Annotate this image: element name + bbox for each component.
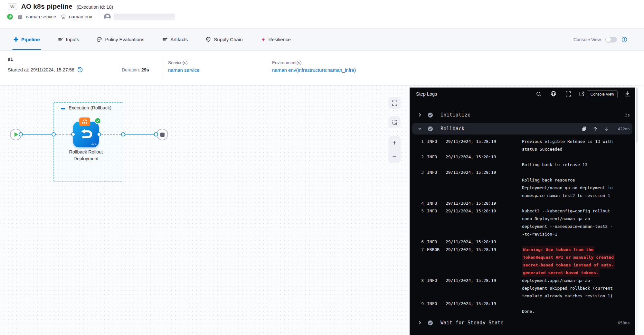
- log-level: INFO: [427, 238, 442, 246]
- log-message: status Succeeded: [522, 145, 562, 153]
- log-message: Done.: [522, 308, 535, 315]
- scrollbar-thumb[interactable]: [636, 88, 638, 142]
- zoom-out-button[interactable]: −: [388, 153, 401, 160]
- log-line-number: [417, 192, 424, 200]
- port: [121, 132, 125, 136]
- log-line-number: [417, 184, 424, 192]
- log-level: [427, 284, 442, 292]
- environment-icon: [61, 14, 66, 19]
- tab-bar: Pipeline Inputs Policy Evaluations Artif…: [0, 28, 644, 51]
- zoom-in-button[interactable]: +: [388, 140, 401, 146]
- open-in-new-icon[interactable]: [579, 91, 585, 97]
- info-icon[interactable]: [621, 37, 627, 42]
- success-check-icon: [94, 117, 101, 124]
- log-level: INFO: [427, 153, 442, 161]
- resilience-icon: [261, 37, 266, 42]
- duration-label: Duration:: [122, 67, 140, 72]
- execution-history-icon[interactable]: [77, 67, 83, 73]
- edge-dashed: [101, 134, 121, 135]
- service-link[interactable]: naman service: [168, 67, 200, 73]
- settings-gear-icon: [17, 14, 23, 20]
- header-environment-name: naman env: [69, 14, 92, 19]
- edge-end: [125, 134, 155, 135]
- panel-console-view-button[interactable]: Console View: [587, 90, 618, 98]
- log-settings-gear-icon[interactable]: [550, 90, 557, 98]
- tab-artifacts[interactable]: Artifacts: [162, 29, 188, 50]
- log-level: INFO: [427, 138, 442, 145]
- log-level: ERROR: [427, 246, 442, 254]
- environments-label: Environment(s): [272, 60, 356, 65]
- log-row: Rolling back resource: [410, 176, 635, 184]
- log-row: deployment skipped rollback (current: [410, 284, 635, 292]
- log-rows: 1INFO29/11/2024, 15:28:19Previous eligib…: [410, 138, 635, 315]
- header-divider: [98, 13, 98, 21]
- log-level: [427, 261, 442, 269]
- step-logs-title: Step Logs: [416, 91, 437, 97]
- log-timestamp: 29/11/2024, 15:28:19: [446, 300, 518, 308]
- policy-icon: [97, 37, 102, 42]
- log-line-number: [417, 145, 424, 153]
- log-timestamp: [446, 145, 518, 153]
- copy-logs-icon[interactable]: [582, 126, 586, 131]
- collapse-stage-icon[interactable]: [61, 108, 65, 109]
- log-line-number: [417, 161, 424, 169]
- inputs-icon: [58, 37, 63, 42]
- port: [52, 132, 56, 136]
- log-row: 6INFO29/11/2024, 15:28:19: [410, 238, 635, 246]
- log-message: secret-based tokens instead of auto-: [522, 261, 615, 269]
- log-line-number: 4: [417, 200, 424, 207]
- log-section-initialize[interactable]: Initialize 3s: [410, 110, 635, 120]
- log-timestamp: 29/11/2024, 15:28:19: [446, 207, 518, 215]
- log-row: 3INFO29/11/2024, 15:28:19: [410, 169, 635, 176]
- download-logs-icon[interactable]: [624, 91, 630, 97]
- log-timestamp: [446, 215, 518, 223]
- log-line-number: 7: [417, 246, 424, 254]
- port: [154, 132, 158, 136]
- scroll-down-icon[interactable]: [604, 126, 608, 131]
- execution-page: v0 AO k8s pipeline (Execution Id: 18) na…: [0, 0, 644, 335]
- log-level: [427, 308, 442, 315]
- services-label: Service(s): [168, 60, 200, 65]
- log-row: 2INFO29/11/2024, 15:28:19: [410, 153, 635, 161]
- expand-logs-icon[interactable]: [565, 91, 571, 97]
- log-level: INFO: [427, 300, 442, 308]
- supply-chain-icon: [206, 37, 211, 42]
- stage-name: s1: [8, 56, 13, 62]
- log-timestamp: 29/11/2024, 15:28:19: [446, 277, 518, 284]
- log-message: -to-revision=1: [522, 230, 557, 238]
- tab-pipeline[interactable]: Pipeline: [14, 29, 40, 50]
- avatar: [104, 14, 111, 20]
- log-line-number: 3: [417, 169, 424, 176]
- port: [71, 132, 75, 136]
- fit-to-screen-button[interactable]: [388, 97, 401, 109]
- log-level: INFO: [427, 200, 442, 207]
- stop-icon: [160, 133, 165, 137]
- log-timestamp: [446, 269, 518, 277]
- log-timestamp: 29/11/2024, 15:28:19: [446, 169, 518, 176]
- tab-policy-evaluations[interactable]: Policy Evaluations: [97, 29, 144, 50]
- console-view-toggle[interactable]: [605, 37, 617, 42]
- environment-link[interactable]: naman env(Infrastructure:naman_infra): [272, 67, 356, 73]
- scroll-up-icon[interactable]: [593, 126, 597, 131]
- pipeline-icon: [14, 37, 18, 42]
- log-line-number: [417, 223, 424, 230]
- log-line-number: [417, 284, 424, 292]
- section-duration: 422ms: [615, 126, 630, 131]
- marquee-select-button[interactable]: [388, 116, 401, 128]
- log-section-rollback[interactable]: Rollback 422ms: [410, 123, 635, 135]
- log-row: generated secret-based tokens.: [410, 269, 635, 277]
- log-section-wait-for-steady-state[interactable]: Wait for Steady State 658ms: [410, 317, 635, 328]
- log-level: [427, 215, 442, 223]
- log-line-number: 6: [417, 238, 424, 246]
- search-icon[interactable]: [536, 91, 542, 97]
- zoom-controls: + −: [388, 136, 401, 163]
- log-message: undo Deployment/naman-qa-ao-: [522, 215, 592, 223]
- tab-resilience[interactable]: Resilience: [261, 29, 291, 50]
- toggle-knob: [606, 37, 611, 42]
- stage-group-label: Execution (Rollback): [69, 105, 111, 110]
- tab-inputs[interactable]: Inputs: [58, 29, 79, 50]
- log-timestamp: [446, 176, 518, 184]
- end-node: [156, 129, 168, 140]
- log-line-number: 1: [417, 138, 424, 145]
- tab-supply-chain[interactable]: Supply Chain: [206, 29, 242, 50]
